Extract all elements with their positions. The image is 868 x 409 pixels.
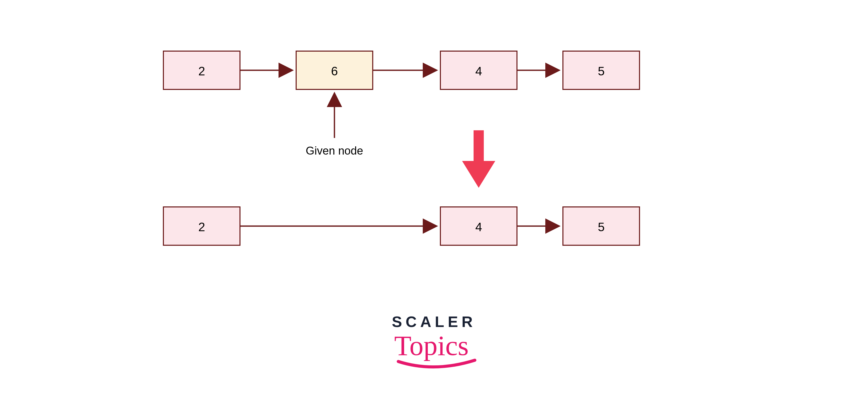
node-after-0-value: 2 — [198, 220, 205, 234]
node-before-2-value: 4 — [475, 64, 482, 78]
list-after: 2 4 5 — [163, 207, 640, 245]
node-after-1-value: 4 — [475, 220, 482, 234]
linked-list-delete-diagram: 2 6 4 5 Given node — [0, 0, 868, 409]
svg-text:Given node: Given node — [306, 144, 363, 157]
node-before-1-value: 6 — [331, 64, 338, 78]
node-before-1: 6 — [296, 51, 373, 89]
logo-line2: Topics — [394, 330, 469, 361]
node-before-0-value: 2 — [198, 64, 205, 78]
node-after-0: 2 — [163, 207, 240, 245]
node-after-1: 4 — [440, 207, 517, 245]
list-before: 2 6 4 5 Given node — [163, 51, 640, 157]
node-after-2: 5 — [563, 207, 640, 245]
down-arrow-icon — [462, 130, 495, 188]
given-node-label: Given node — [306, 144, 363, 157]
node-after-2-value: 5 — [598, 220, 605, 234]
node-before-2: 4 — [440, 51, 517, 89]
node-before-3-value: 5 — [598, 64, 605, 78]
node-before-0: 2 — [163, 51, 240, 89]
logo-line1: SCALER — [392, 313, 476, 330]
node-before-3: 5 — [563, 51, 640, 89]
svg-rect-5 — [473, 130, 484, 164]
scaler-topics-logo: SCALER Topics — [392, 313, 476, 367]
